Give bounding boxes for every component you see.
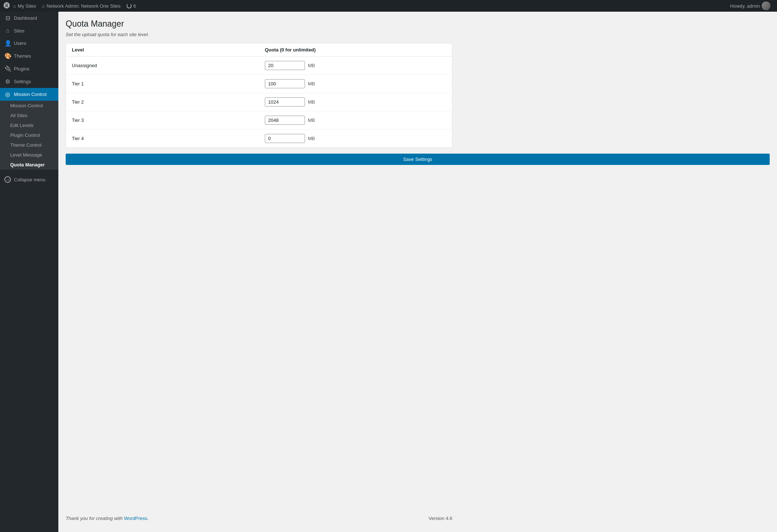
- wp-logo-icon[interactable]: 🅦: [4, 2, 10, 10]
- collapse-menu-label: Collapse menu: [14, 177, 46, 182]
- sidebar-item-dashboard-label: Dashboard: [14, 15, 37, 21]
- quota-input-wrap: MB: [265, 116, 446, 125]
- my-sites-link[interactable]: ⌂ My Sites: [10, 0, 39, 12]
- sidebar-item-sites[interactable]: ⌂ Sites: [0, 24, 58, 37]
- quota-cell: MB: [259, 57, 452, 75]
- submenu-plugin-control-label: Plugin Control: [10, 132, 40, 138]
- quota-unit: MB: [308, 99, 315, 105]
- submenu-level-message-label: Level Message: [10, 152, 42, 158]
- plugins-icon: 🔌: [4, 65, 11, 72]
- table-row: Tier 3 MB: [66, 111, 452, 130]
- quota-cell: MB: [259, 130, 452, 148]
- level-cell: Tier 1: [66, 75, 259, 93]
- submenu-edit-levels[interactable]: Edit Levels: [0, 120, 58, 130]
- col-level-header: Level: [66, 43, 259, 57]
- page-subtitle: Set the upload quota for each site level…: [66, 32, 770, 37]
- sidebar: ⊟ Dashboard ⌂ Sites 👤 Users 🎨 Themes 🔌 P…: [0, 12, 58, 532]
- sidebar-item-plugins[interactable]: 🔌 Plugins: [0, 62, 58, 75]
- footer-thank-you: Thank you for creating with WordPress.: [66, 516, 148, 521]
- submenu-level-message[interactable]: Level Message: [0, 150, 58, 160]
- howdy-link[interactable]: Howdy, admin: [727, 0, 773, 12]
- admin-bar: 🅦 ⌂ My Sites ⌂ Network Admin: Network On…: [0, 0, 777, 12]
- quota-input-wrap: MB: [265, 61, 446, 70]
- submenu-edit-levels-label: Edit Levels: [10, 123, 34, 128]
- table-row: Tier 4 MB: [66, 130, 452, 148]
- level-cell: Unassigned: [66, 57, 259, 75]
- quota-input-tier-3[interactable]: [265, 116, 305, 125]
- submenu-all-sites-label: All Sites: [10, 113, 27, 118]
- save-settings-button[interactable]: Save Settings: [66, 154, 770, 165]
- wordpress-link[interactable]: WordPress: [124, 516, 147, 521]
- quota-unit: MB: [308, 117, 315, 123]
- sites-icon: ⌂: [4, 27, 11, 34]
- submenu-theme-control[interactable]: Theme Control: [0, 140, 58, 150]
- table-row: Tier 2 MB: [66, 93, 452, 111]
- settings-icon: ⚙: [4, 78, 11, 85]
- sidebar-item-settings[interactable]: ⚙ Settings: [0, 75, 58, 88]
- updates-link[interactable]: 6: [124, 0, 139, 12]
- network-home-icon: ⌂: [42, 3, 45, 9]
- sidebar-item-users[interactable]: 👤 Users: [0, 37, 58, 50]
- network-admin-link[interactable]: ⌂ Network Admin: Network One Sites: [39, 0, 124, 12]
- submenu-quota-manager-label: Quota Manager: [10, 162, 45, 167]
- sidebar-item-themes[interactable]: 🎨 Themes: [0, 50, 58, 62]
- collapse-icon: ◁: [4, 176, 11, 183]
- submenu-mission-control-label: Mission Control: [10, 103, 43, 108]
- updates-count: 6: [134, 3, 136, 9]
- sidebar-item-mission-control-label: Mission Control: [14, 92, 47, 97]
- footer: Thank you for creating with WordPress. V…: [66, 508, 452, 525]
- page-title: Quota Manager: [66, 19, 770, 29]
- collapse-menu-button[interactable]: ◁ Collapse menu: [0, 173, 58, 186]
- submenu-theme-control-label: Theme Control: [10, 142, 42, 148]
- admin-bar-right: Howdy, admin: [727, 0, 773, 12]
- avatar: [762, 1, 770, 10]
- quota-table: Level Quota (0 for unlimited) Unassigned…: [66, 43, 452, 148]
- wp-wrapper: ⊟ Dashboard ⌂ Sites 👤 Users 🎨 Themes 🔌 P…: [0, 12, 777, 532]
- quota-cell: MB: [259, 93, 452, 111]
- howdy-label: Howdy, admin: [730, 3, 760, 9]
- users-icon: 👤: [4, 40, 11, 47]
- quota-input-tier-4[interactable]: [265, 134, 305, 143]
- dashboard-icon: ⊟: [4, 15, 11, 22]
- submenu-mission-control[interactable]: Mission Control: [0, 101, 58, 111]
- footer-version: Version 4.6: [429, 516, 452, 521]
- sidebar-item-sites-label: Sites: [14, 28, 24, 34]
- mission-control-icon: ◎: [4, 91, 11, 98]
- themes-icon: 🎨: [4, 53, 11, 59]
- quota-input-unassigned[interactable]: [265, 61, 305, 70]
- col-quota-header: Quota (0 for unlimited): [259, 43, 452, 57]
- sidebar-item-plugins-label: Plugins: [14, 66, 30, 72]
- level-cell: Tier 3: [66, 111, 259, 130]
- sidebar-item-dashboard[interactable]: ⊟ Dashboard: [0, 12, 58, 24]
- submenu-quota-manager[interactable]: Quota Manager: [0, 160, 58, 170]
- submenu-all-sites[interactable]: All Sites: [0, 111, 58, 120]
- level-cell: Tier 2: [66, 93, 259, 111]
- main-content: Quota Manager Set the upload quota for e…: [58, 12, 777, 532]
- sidebar-item-users-label: Users: [14, 41, 26, 46]
- quota-input-tier-2[interactable]: [265, 97, 305, 107]
- sidebar-item-themes-label: Themes: [14, 53, 31, 59]
- quota-unit: MB: [308, 136, 315, 141]
- quota-input-wrap: MB: [265, 97, 446, 107]
- quota-input-tier-1[interactable]: [265, 79, 305, 88]
- home-icon: ⌂: [13, 3, 16, 9]
- sidebar-item-settings-label: Settings: [14, 79, 31, 84]
- mission-control-submenu: Mission Control All Sites Edit Levels Pl…: [0, 101, 58, 170]
- quota-input-wrap: MB: [265, 134, 446, 143]
- quota-unit: MB: [308, 81, 315, 86]
- table-row: Tier 1 MB: [66, 75, 452, 93]
- submenu-plugin-control[interactable]: Plugin Control: [0, 130, 58, 140]
- level-cell: Tier 4: [66, 130, 259, 148]
- table-row: Unassigned MB: [66, 57, 452, 75]
- sync-icon: [127, 3, 132, 8]
- quota-cell: MB: [259, 75, 452, 93]
- quota-input-wrap: MB: [265, 79, 446, 88]
- quota-unit: MB: [308, 63, 315, 68]
- sidebar-item-mission-control[interactable]: ◎ Mission Control: [0, 88, 58, 101]
- my-sites-label: My Sites: [18, 3, 36, 9]
- quota-cell: MB: [259, 111, 452, 130]
- network-admin-label: Network Admin: Network One Sites: [47, 3, 121, 9]
